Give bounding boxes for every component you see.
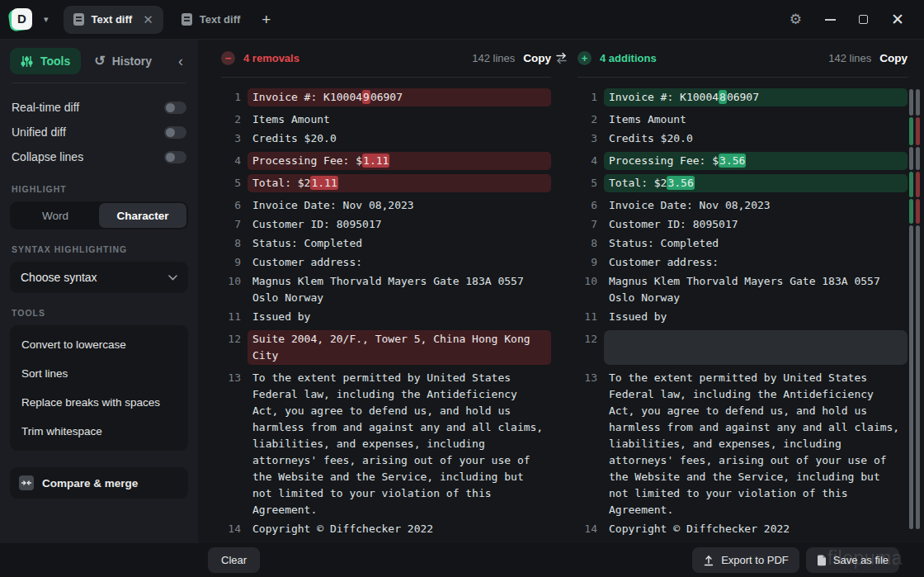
close-tab-icon[interactable]: ✕ [143,13,153,26]
removals-badge: 4 removals [243,52,299,64]
tool-replace-breaks[interactable]: Replace breaks with spaces [10,388,188,417]
diff-text-segment: Magnus Klem Thorvald Mayers Gate 183A 05… [609,275,887,304]
diff-line-text: Credits $20.0 [248,130,551,148]
clear-button[interactable]: Clear [208,547,260,573]
minimap-segment [916,89,920,116]
diff-line: 1Invoice #: K10004806907 [578,88,908,106]
diff-line-text: Total: $21.11 [248,174,551,192]
empty-line-placeholder [604,330,908,365]
diff-line-text: To the extent permitted by United States… [604,369,908,519]
sidebar: Tools ↺ History ‹ Real-time diff Unified… [0,40,198,577]
diff-line: 4Processing Fee: $1.11 [221,152,551,170]
collapse-sidebar-icon[interactable]: ‹ [173,54,188,69]
diff-line-text: Invoice Date: Nov 08,2023 [604,196,908,215]
diff-line-text: Customer address: [604,253,908,272]
diff-char-highlight: 9 [362,90,370,104]
diff-main-area: − 4 removals 142 lines Copy 1Invoice #: … [198,40,924,577]
new-tab-button[interactable]: + [262,11,271,29]
right-pane-header: + 4 additions 142 lines Copy [578,40,908,78]
choose-syntax-dropdown[interactable]: Choose syntax [10,262,188,293]
diff-line: 13To the extent permitted by United Stat… [578,369,908,519]
line-number: 8 [578,234,597,253]
diff-char-highlight: 3.56 [719,154,746,168]
app-logo-menu[interactable]: D [11,8,34,31]
right-copy-button[interactable]: Copy [879,52,908,64]
diff-line-text: Items Amount [604,111,908,129]
window-minimize-button[interactable] [825,19,836,21]
diff-line-text: To the extent permitted by United States… [248,369,551,519]
tool-sort-lines[interactable]: Sort lines [10,359,188,388]
diff-char-highlight: 1.11 [362,154,389,168]
sidebar-tab-history[interactable]: ↺ History [86,48,160,74]
diff-text-segment: Magnus Klem Thorvald Mayers Gate 183A 05… [252,275,530,304]
tab-text-diff-active[interactable]: Text diff ✕ [64,6,163,34]
tab-text-diff-2[interactable]: Text diff [172,6,251,34]
minimap-diff-marker [916,172,920,197]
highlight-option-character[interactable]: Character [99,203,186,228]
swap-sides-icon[interactable] [554,52,568,68]
line-number: 14 [221,520,241,538]
minimap-segment [909,89,913,116]
right-lines-count: 142 lines [828,52,871,64]
unified-diff-toggle[interactable] [164,126,186,139]
history-icon: ↺ [94,54,105,68]
minimap-diff-marker [916,117,920,145]
scrollbar-minimap[interactable] [909,89,921,538]
diff-line-text: Processing Fee: $3.56 [604,152,908,170]
toggle-knob [166,153,175,162]
window-maximize-button[interactable] [859,15,868,24]
collapse-lines-toggle[interactable] [164,151,186,163]
diff-line-text: Items Amount [248,111,551,129]
highlight-option-word[interactable]: Word [12,203,99,228]
diff-line: 1Invoice #: K10004906907 [221,88,551,106]
line-number: 12 [221,330,241,365]
diff-line: 2Items Amount [578,111,908,129]
save-as-file-label: Save as file [833,554,889,566]
diff-line: 2Items Amount [221,111,551,129]
line-number: 10 [221,272,241,307]
compare-merge-button[interactable]: Compare & merge [10,467,188,499]
diff-line: 6Invoice Date: Nov 08,2023 [578,196,908,215]
bottom-action-bar: Clear Export to PDF Save as file [0,543,924,577]
diff-line: 13To the extent permitted by United Stat… [221,369,551,519]
diff-text-segment: Copyright © Diffchecker 2022 [609,523,790,535]
left-copy-button[interactable]: Copy [523,52,551,64]
diff-line-text: Status: Completed [604,234,908,253]
right-diff-content[interactable]: 1Invoice #: K100048069072Items Amount3Cr… [578,84,908,543]
diff-line: 10Magnus Klem Thorvald Mayers Gate 183A … [578,272,908,307]
save-as-file-button[interactable]: Save as file [806,547,899,573]
chevron-down-icon [168,275,177,281]
line-number: 8 [221,234,241,253]
diff-text-segment: Invoice #: K10004 [609,91,719,103]
diff-text-segment: Invoice #: K10004 [252,91,362,103]
diff-line: 14Copyright © Diffchecker 2022 [578,520,908,538]
line-number: 14 [578,520,597,538]
diff-text-segment: Invoice Date: Nov 08,2023 [252,199,414,211]
export-pdf-button[interactable]: Export to PDF [692,547,799,573]
chevron-down-icon[interactable]: ▾ [44,14,49,25]
left-pane-header: − 4 removals 142 lines Copy [221,40,551,78]
diff-line: 7Customer ID: 8095017 [578,215,908,234]
minimap-diff-marker [909,172,913,197]
tool-trim-whitespace[interactable]: Trim whitespace [10,417,188,446]
left-diff-content[interactable]: 1Invoice #: K100049069072Items Amount3Cr… [221,84,551,543]
diff-line-text: Customer address: [248,253,551,272]
additions-badge: 4 additions [600,52,657,64]
realtime-diff-toggle[interactable] [164,102,186,114]
window-close-button[interactable]: ✕ [891,12,904,27]
diff-text-segment: 06907 [370,91,403,103]
tool-convert-lowercase[interactable]: Convert to lowercase [10,330,188,359]
line-number: 5 [578,174,597,192]
minimap-removals-track[interactable] [916,89,920,538]
diff-line-text: Invoice #: K10004906907 [248,88,551,106]
minimap-diff-marker [909,117,913,145]
tools-section-label: TOOLS [12,308,186,318]
diff-text-segment: Status: Completed [609,237,719,249]
minimap-additions-track[interactable] [909,89,913,538]
line-number: 11 [221,308,241,326]
toggle-label-collapse-lines: Collapse lines [12,150,83,163]
diff-text-segment: Items Amount [252,113,330,125]
settings-gear-icon[interactable]: ⚙ [790,11,802,28]
sidebar-tab-tools[interactable]: Tools [10,48,81,74]
diff-line-text: Customer ID: 8095017 [604,215,908,234]
